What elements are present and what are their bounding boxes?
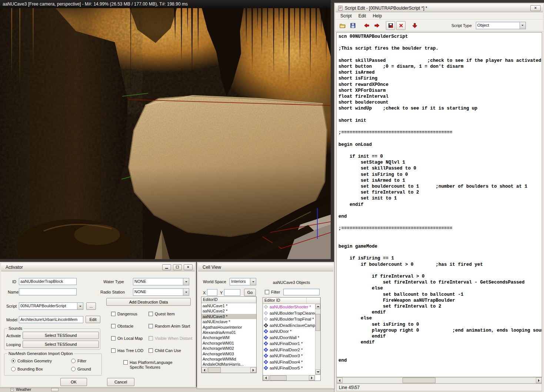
radio-option[interactable]: Ground [71, 367, 101, 371]
id-field[interactable]: aaNUBoulderTrapBlock [19, 278, 77, 285]
tree-expander-icon[interactable]: + [10, 388, 14, 391]
scroll-right-button[interactable] [250, 367, 256, 373]
save-compile-button[interactable] [386, 21, 395, 30]
menu-item[interactable]: Script [337, 12, 355, 20]
scroll-track[interactable] [269, 375, 309, 381]
ok-button[interactable]: OK [60, 378, 87, 386]
checkbox-option[interactable]: Child Can Use [148, 348, 192, 353]
cancel-button[interactable]: Cancel [107, 378, 134, 386]
filter-field[interactable] [283, 289, 320, 295]
render-window-titlebar[interactable]: aaNUCave3 [Free camera, perspective] - M… [0, 0, 331, 8]
checkbox[interactable] [111, 312, 116, 316]
checkbox[interactable] [111, 336, 116, 341]
looping-sound-button[interactable]: Select TESSound [23, 341, 99, 348]
combo-dropdown-button[interactable] [520, 22, 525, 29]
cell-row[interactable]: AnchorageWM02 [201, 346, 256, 351]
scroll-down-button[interactable] [316, 369, 320, 375]
scroll-right-button[interactable] [309, 375, 315, 381]
name-field[interactable] [19, 288, 77, 295]
radio-button[interactable] [71, 359, 76, 363]
next-script-button[interactable] [372, 21, 381, 30]
script-text-area[interactable]: scn 00NUTRAPBoulderScript;This script fi… [336, 32, 542, 377]
object-row[interactable]: aaNUFinalDoor1 * [263, 341, 315, 347]
scroll-thumb[interactable] [208, 367, 221, 373]
radio-station-combo[interactable]: NONE [133, 288, 189, 296]
checkbox-option[interactable]: Random Anim Start [148, 324, 192, 329]
render-viewport[interactable] [0, 8, 331, 259]
object-row[interactable]: aaNUDoorWall * [263, 335, 315, 341]
scroll-track[interactable] [207, 367, 250, 373]
radio-option[interactable]: Filter [71, 359, 101, 363]
open-script-button[interactable] [338, 21, 347, 30]
script-type-combo[interactable]: Object [476, 22, 526, 29]
object-row[interactable]: aaNUFinalDoor3 * [263, 353, 315, 359]
checkbox[interactable] [148, 336, 153, 341]
recompile-all-button[interactable] [410, 21, 419, 30]
model-edit-button[interactable]: Edit [86, 316, 100, 323]
cell-row[interactable]: AnchorageWM01 [201, 341, 256, 346]
cell-row[interactable]: AnchorageWM [201, 335, 256, 340]
script-combo[interactable]: 00NUTRAPBoulderScript [19, 302, 83, 310]
checkbox[interactable] [148, 348, 153, 353]
radio-button[interactable] [11, 367, 16, 371]
checkbox[interactable] [111, 324, 116, 328]
cell-row[interactable]: aaNUCave1 * [201, 303, 256, 308]
cell-row[interactable]: aaNUCave3 * [201, 314, 256, 319]
scroll-left-button[interactable] [263, 375, 269, 381]
cell-row[interactable]: aaNUCave2 * [201, 308, 256, 314]
object-row[interactable]: aaNUDeadEnclaveCamp [263, 322, 315, 329]
object-list-body[interactable]: aaNUBoulderShooter * [263, 304, 315, 375]
cell-view-titlebar[interactable]: Cell View [198, 263, 333, 271]
activate-sound-button[interactable]: Select TESSound [23, 332, 99, 339]
water-type-combo[interactable]: NONE [133, 278, 189, 285]
go-button[interactable]: Go [244, 289, 256, 296]
delete-script-button[interactable] [396, 21, 406, 30]
maximize-button[interactable] [173, 264, 182, 270]
editor-id-column-header[interactable]: Editor ID [263, 298, 307, 304]
checkbox-option[interactable]: Dangerous [111, 312, 143, 316]
object-row[interactable]: aaNUBoulderTrapCleared [263, 310, 315, 316]
x-field[interactable] [207, 289, 217, 296]
scroll-thumb[interactable] [403, 378, 435, 383]
checkbox[interactable] [123, 360, 128, 365]
add-destruction-data-button[interactable]: Add Destruction Data [106, 298, 191, 306]
checkbox[interactable] [265, 290, 269, 294]
cell-row[interactable]: AnchorageWMMid [201, 356, 256, 362]
object-row[interactable]: aaNUFinalDoor5 * [263, 365, 315, 371]
menu-item[interactable]: Edit [355, 12, 370, 20]
checkbox-option[interactable]: Obstacle [111, 324, 143, 329]
cell-row[interactable]: AndaleOldManHarris... [201, 362, 256, 367]
close-button[interactable]: × [184, 264, 193, 270]
script-browse-button[interactable]: ... [86, 302, 96, 310]
cell-row[interactable]: AnchorageWM03 [201, 351, 256, 356]
previous-script-button[interactable] [362, 21, 371, 30]
scroll-left-button[interactable] [201, 367, 207, 373]
world-space-combo[interactable]: Interiors [230, 278, 256, 285]
activator-titlebar[interactable]: Activator × [1, 263, 195, 271]
radio-button[interactable] [71, 367, 76, 371]
object-row[interactable]: aaNUBoulderTrapFinal * [263, 316, 315, 322]
object-list-v-scrollbar[interactable] [315, 304, 321, 375]
combo-dropdown-button[interactable] [183, 278, 189, 285]
object-row[interactable]: aaNUDoor * [263, 328, 315, 335]
combo-dropdown-button[interactable] [250, 278, 256, 285]
checkbox-option[interactable]: Quest Item [148, 312, 192, 316]
script-edit-titlebar[interactable]: Script Edit - [00NUTRAPBoulderScript *] … [336, 4, 543, 12]
close-button[interactable]: × [530, 5, 541, 11]
combo-dropdown-button[interactable] [77, 303, 83, 309]
filter-checkbox[interactable]: Filter [265, 290, 280, 295]
script-h-scrollbar[interactable] [336, 377, 542, 383]
cell-row[interactable]: aaNUEnclave * [201, 319, 256, 324]
cell-list-body[interactable]: aaNUCave1 * aaNUCave2 * aaNUCave3 * aaNU… [201, 303, 256, 367]
combo-dropdown-button[interactable] [183, 289, 189, 295]
object-row[interactable]: aaNUBoulderShooter * [263, 304, 315, 310]
object-row[interactable]: aaNUFinalDoor2 * [263, 347, 315, 353]
cell-row[interactable]: AlexandriaArms01 [201, 330, 256, 335]
checkbox[interactable] [148, 324, 153, 328]
cell-row[interactable]: AgathasHouseInterior [201, 325, 256, 330]
cell-list-h-scrollbar[interactable] [201, 367, 257, 373]
radio-button[interactable] [11, 359, 16, 363]
checkbox-option[interactable]: Visible When Distant [148, 336, 192, 341]
scroll-thumb[interactable] [316, 314, 320, 331]
menu-item[interactable]: Help [369, 12, 385, 20]
